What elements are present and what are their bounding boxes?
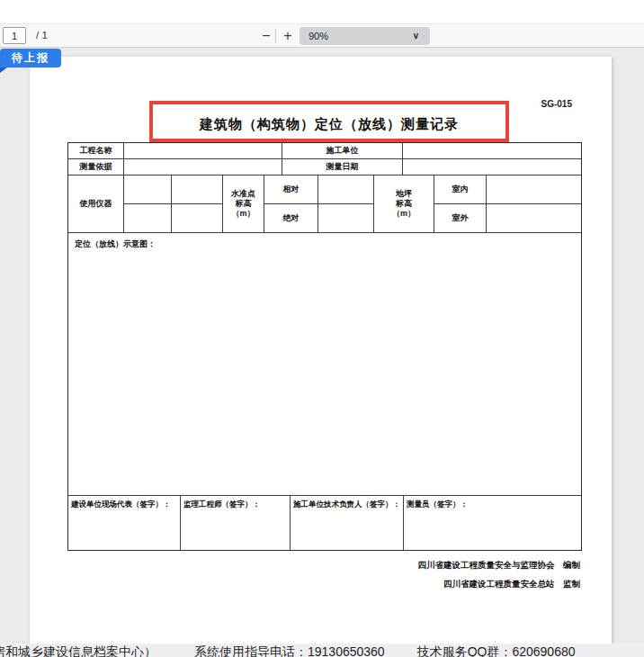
empty-cell [172, 204, 222, 232]
document-page: SG-015 建筑物（构筑物）定位（放线）测量记录 工程名称 施工单位 测量依据… [30, 57, 612, 644]
construction-unit-label: 施工单位 [282, 143, 403, 158]
survey-basis-value-cell [124, 159, 282, 175]
instrument-value-column [172, 176, 223, 232]
archive-center-text: 房和城乡建设信息档案中心） [0, 644, 157, 657]
supervising-engineer-signature-cell: 监理工程师（签字）： [181, 496, 291, 550]
form-code: SG-015 [541, 99, 572, 109]
elevation-value-column [318, 176, 374, 232]
chevron-down-icon: ∨ [413, 27, 419, 45]
survey-basis-label: 测量依据 [68, 159, 124, 175]
empty-cell [172, 176, 222, 204]
zoom-level-value: 90% [309, 31, 328, 41]
toolbar-divider [275, 30, 276, 42]
empty-cell [487, 204, 581, 232]
page-number-input[interactable] [3, 27, 26, 44]
outdoor-label: 室外 [434, 204, 486, 232]
zoom-level-select[interactable]: 90% ∨ [300, 27, 430, 45]
empty-cell [124, 176, 171, 204]
qq-group-text: 技术服务QQ群：620690680 [417, 644, 576, 657]
title-highlight-rectangle [149, 101, 509, 142]
signature-row: 建设单位现场代表（签字）： 监理工程师（签字）： 施工单位技术负责人（签字）： … [68, 496, 581, 550]
form-footer: 四川省建设工程质量安全与监理协会 编制 四川省建设工程质量安全总站 监制 [418, 555, 581, 593]
relative-label: 相对 [264, 176, 318, 204]
ground-elevation-label: 地坪 标高 （m） [374, 176, 434, 232]
project-name-label: 工程名称 [68, 143, 124, 158]
empty-cell [487, 176, 581, 204]
table-row: 定位（放线）示意图： [68, 233, 581, 496]
survey-date-label: 测量日期 [282, 159, 403, 175]
page-count-label: / 1 [36, 30, 48, 40]
bottom-system-bar: 房和城乡建设信息档案中心） 系统使用指导电话：19130650360 技术服务Q… [0, 644, 644, 657]
pdf-viewer-area: 待上报 SG-015 建筑物（构筑物）定位（放线）测量记录 工程名称 施工单位 … [0, 48, 644, 657]
support-phone-text: 系统使用指导电话：19130650360 [194, 644, 385, 657]
top-strip [0, 0, 644, 24]
table-row: 使用仪器 水准点 标高 （m） 相对 绝对 地坪 标 [68, 176, 581, 233]
indoor-outdoor-column: 室内 室外 [434, 176, 487, 232]
footer-line: 四川省建设工程质量安全与监理协会 编制 [418, 555, 581, 574]
technical-director-signature-cell: 施工单位技术负责人（签字）： [291, 496, 404, 550]
survey-date-value-cell [403, 159, 581, 175]
owner-representative-signature-cell: 建设单位现场代表（签字）： [68, 496, 181, 550]
system-info-text: 房和城乡建设信息档案中心） 系统使用指导电话：19130650360 技术服务Q… [0, 644, 576, 657]
sketch-label: 定位（放线）示意图： [75, 239, 156, 248]
sketch-area: 定位（放线）示意图： [68, 233, 581, 495]
status-badge: 待上报 [0, 49, 61, 68]
construction-unit-value-cell [403, 143, 581, 158]
empty-cell [124, 204, 171, 232]
benchmark-elevation-label: 水准点 标高 （m） [223, 176, 264, 232]
table-row: 测量依据 测量日期 [68, 159, 581, 176]
relative-absolute-column: 相对 绝对 [264, 176, 318, 232]
instruments-label: 使用仪器 [68, 176, 124, 232]
empty-cell [318, 204, 373, 232]
zoom-out-button[interactable]: − [257, 24, 275, 48]
form-table: 工程名称 施工单位 测量依据 测量日期 使用仪器 [67, 142, 582, 551]
table-row: 工程名称 施工单位 [68, 143, 581, 159]
instrument-value-column [124, 176, 172, 232]
zoom-in-button[interactable]: + [279, 24, 297, 48]
indoor-outdoor-value-column [487, 176, 581, 232]
footer-line: 四川省建设工程质量安全总站 监制 [418, 574, 581, 593]
indoor-label: 室内 [434, 176, 486, 204]
empty-cell [318, 176, 373, 204]
project-name-value-cell [124, 143, 282, 158]
absolute-label: 绝对 [264, 204, 318, 232]
surveyor-signature-cell: 测量员（签字）： [404, 496, 581, 550]
pdf-toolbar: / 1 − + 90% ∨ [0, 24, 644, 48]
